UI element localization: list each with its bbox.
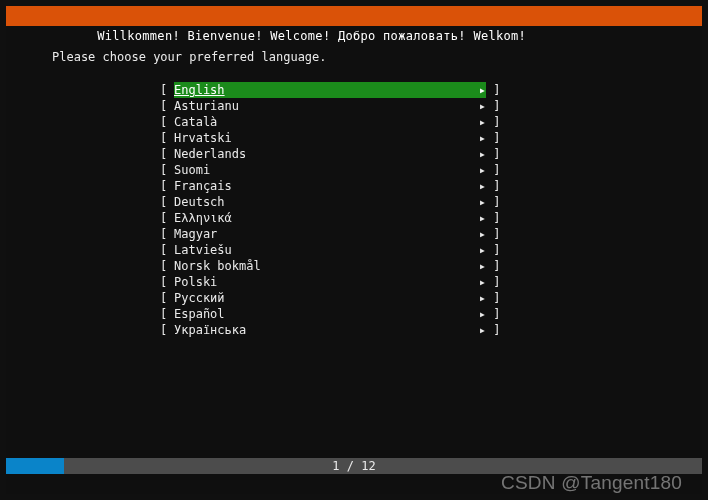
progress-bar: 1 / 12 xyxy=(6,458,702,474)
left-bracket: [ xyxy=(160,226,174,242)
submenu-chevron-icon: ▸ xyxy=(472,98,486,114)
submenu-chevron-icon: ▸ xyxy=(472,82,486,98)
language-option[interactable]: [ Українська▸ ] xyxy=(160,322,500,338)
language-label: Nederlands xyxy=(174,146,472,162)
left-bracket: [ xyxy=(160,82,174,98)
pager-total: 12 xyxy=(361,459,375,473)
submenu-chevron-icon: ▸ xyxy=(472,242,486,258)
language-option[interactable]: [ Русский▸ ] xyxy=(160,290,500,306)
submenu-chevron-icon: ▸ xyxy=(472,274,486,290)
left-bracket: [ xyxy=(160,162,174,178)
right-bracket: ] xyxy=(486,290,500,306)
pager-current: 1 xyxy=(332,459,339,473)
submenu-chevron-icon: ▸ xyxy=(472,258,486,274)
language-label: Català xyxy=(174,114,472,130)
watermark: CSDN @Tangent180 xyxy=(501,472,682,494)
left-bracket: [ xyxy=(160,274,174,290)
right-bracket: ] xyxy=(486,226,500,242)
left-bracket: [ xyxy=(160,130,174,146)
language-label: English xyxy=(174,82,472,98)
right-bracket: ] xyxy=(486,306,500,322)
submenu-chevron-icon: ▸ xyxy=(472,130,486,146)
installer-screen: Willkommen! Bienvenue! Welcome! Добро по… xyxy=(6,6,702,494)
language-option[interactable]: [ Nederlands▸ ] xyxy=(160,146,500,162)
submenu-chevron-icon: ▸ xyxy=(472,210,486,226)
language-option[interactable]: [ English▸ ] xyxy=(160,82,500,98)
left-bracket: [ xyxy=(160,258,174,274)
left-bracket: [ xyxy=(160,322,174,338)
left-bracket: [ xyxy=(160,98,174,114)
language-option[interactable]: [ Español▸ ] xyxy=(160,306,500,322)
right-bracket: ] xyxy=(486,194,500,210)
right-bracket: ] xyxy=(486,98,500,114)
right-bracket: ] xyxy=(486,210,500,226)
language-option[interactable]: [ Suomi▸ ] xyxy=(160,162,500,178)
left-bracket: [ xyxy=(160,242,174,258)
right-bracket: ] xyxy=(486,274,500,290)
left-bracket: [ xyxy=(160,290,174,306)
language-label: Français xyxy=(174,178,472,194)
submenu-chevron-icon: ▸ xyxy=(472,322,486,338)
title-bar: Willkommen! Bienvenue! Welcome! Добро по… xyxy=(6,6,702,26)
right-bracket: ] xyxy=(486,242,500,258)
language-label: Español xyxy=(174,306,472,322)
language-option[interactable]: [ Ελληνικά▸ ] xyxy=(160,210,500,226)
language-label: Latviešu xyxy=(174,242,472,258)
pager: 1 / 12 xyxy=(6,458,702,474)
right-bracket: ] xyxy=(486,130,500,146)
left-bracket: [ xyxy=(160,306,174,322)
submenu-chevron-icon: ▸ xyxy=(472,194,486,210)
language-option[interactable]: [ Magyar▸ ] xyxy=(160,226,500,242)
language-option[interactable]: [ Polski▸ ] xyxy=(160,274,500,290)
language-label: Deutsch xyxy=(174,194,472,210)
left-bracket: [ xyxy=(160,194,174,210)
right-bracket: ] xyxy=(486,82,500,98)
language-label: Русский xyxy=(174,290,472,306)
right-bracket: ] xyxy=(486,322,500,338)
language-option[interactable]: [ Català▸ ] xyxy=(160,114,500,130)
language-option[interactable]: [ Hrvatski▸ ] xyxy=(160,130,500,146)
language-label: Norsk bokmål xyxy=(174,258,472,274)
left-bracket: [ xyxy=(160,146,174,162)
left-bracket: [ xyxy=(160,114,174,130)
submenu-chevron-icon: ▸ xyxy=(472,306,486,322)
submenu-chevron-icon: ▸ xyxy=(472,226,486,242)
submenu-chevron-icon: ▸ xyxy=(472,146,486,162)
submenu-chevron-icon: ▸ xyxy=(472,290,486,306)
submenu-chevron-icon: ▸ xyxy=(472,162,486,178)
right-bracket: ] xyxy=(486,178,500,194)
right-bracket: ] xyxy=(486,146,500,162)
submenu-chevron-icon: ▸ xyxy=(472,114,486,130)
language-label: Українська xyxy=(174,322,472,338)
language-option[interactable]: [ Français▸ ] xyxy=(160,178,500,194)
language-label: Ελληνικά xyxy=(174,210,472,226)
language-label: Polski xyxy=(174,274,472,290)
language-label: Hrvatski xyxy=(174,130,472,146)
language-option[interactable]: [ Deutsch▸ ] xyxy=(160,194,500,210)
language-option[interactable]: [ Asturianu▸ ] xyxy=(160,98,500,114)
right-bracket: ] xyxy=(486,114,500,130)
language-menu[interactable]: [ English▸ ][ Asturianu▸ ][ Català▸ ][ H… xyxy=(6,82,702,338)
prompt-text: Please choose your preferred language. xyxy=(6,50,702,64)
left-bracket: [ xyxy=(160,178,174,194)
right-bracket: ] xyxy=(486,258,500,274)
right-bracket: ] xyxy=(486,162,500,178)
language-label: Magyar xyxy=(174,226,472,242)
language-label: Suomi xyxy=(174,162,472,178)
title-text: Willkommen! Bienvenue! Welcome! Добро по… xyxy=(97,29,526,43)
language-option[interactable]: [ Norsk bokmål▸ ] xyxy=(160,258,500,274)
language-label: Asturianu xyxy=(174,98,472,114)
pager-separator: / xyxy=(340,459,362,473)
submenu-chevron-icon: ▸ xyxy=(472,178,486,194)
language-option[interactable]: [ Latviešu▸ ] xyxy=(160,242,500,258)
left-bracket: [ xyxy=(160,210,174,226)
